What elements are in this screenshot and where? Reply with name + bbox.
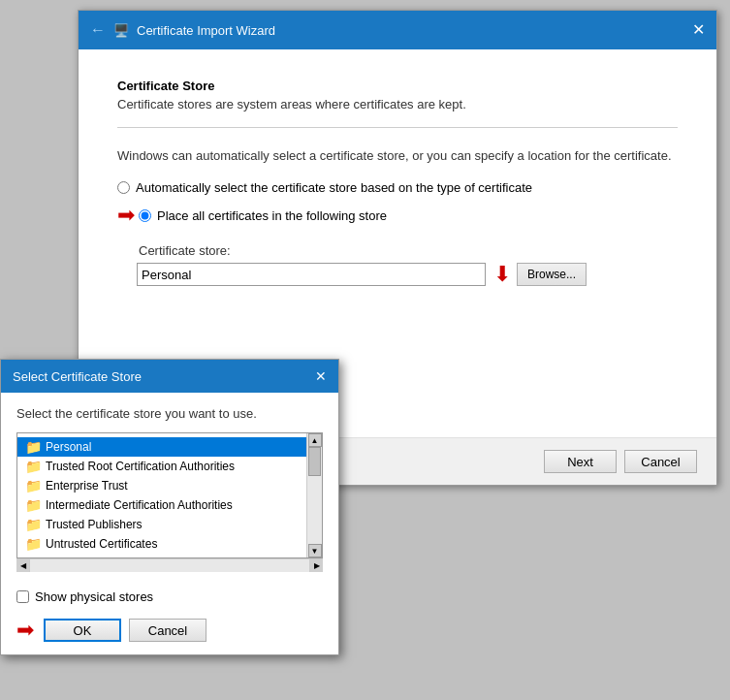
info-text: Windows can automatically select a certi… — [117, 147, 678, 165]
radio-auto-item: Automatically select the certificate sto… — [117, 180, 678, 195]
radio-manual-label[interactable]: Place all certificates in the following … — [157, 208, 387, 223]
section-desc: Certificate stores are system areas wher… — [117, 97, 678, 111]
cert-dialog-title: Select Certificate Store — [13, 369, 142, 384]
folder-icon: 📁 — [25, 536, 42, 552]
show-physical-stores-label[interactable]: Show physical stores — [35, 589, 153, 604]
radio-auto-label[interactable]: Automatically select the certificate sto… — [136, 180, 532, 195]
cert-list-inner: 📁 Personal 📁 Trusted Root Certification … — [17, 433, 306, 557]
store-field-label: Certificate store: — [139, 243, 678, 258]
cert-cancel-button[interactable]: Cancel — [129, 619, 206, 642]
list-item[interactable]: 📁 Trusted Root Certification Authorities — [17, 457, 306, 476]
cert-list-container: 📁 Personal 📁 Trusted Root Certification … — [16, 432, 323, 558]
browse-container: ⬇ Browse... — [493, 262, 587, 287]
ok-btn-container: ➡ OK — [16, 618, 121, 643]
cert-dialog-bottom: Show physical stores ➡ OK Cancel — [1, 582, 338, 654]
radio-manual-item: ➡ Place all certificates in the followin… — [117, 203, 678, 228]
wizard-close-button[interactable]: ✕ — [692, 22, 705, 38]
list-item[interactable]: 📁 Personal — [17, 437, 306, 457]
wizard-title: Certificate Import Wizard — [137, 23, 275, 38]
divider — [117, 127, 678, 128]
list-item[interactable]: 📁 Untrusted Certificates — [17, 534, 306, 554]
folder-icon: 📁 — [25, 478, 42, 493]
cancel-button[interactable]: Cancel — [624, 450, 697, 473]
horiz-scrollbar: ◀ ▶ — [16, 558, 323, 572]
horiz-scroll-track — [30, 559, 309, 572]
browse-button[interactable]: Browse... — [517, 263, 587, 286]
list-item-label: Personal — [46, 440, 91, 454]
cert-dialog-titlebar: Select Certificate Store ✕ — [1, 360, 338, 393]
scroll-up-button[interactable]: ▲ — [308, 433, 322, 447]
list-item-label: Intermediate Certification Authorities — [46, 498, 233, 512]
wizard-icon: 🖥️ — [113, 23, 129, 38]
arrow-ok-icon: ➡ — [16, 618, 34, 643]
scroll-track — [307, 447, 322, 544]
wizard-titlebar: ← 🖥️ Certificate Import Wizard ✕ — [79, 11, 716, 49]
radio-manual[interactable] — [139, 209, 151, 222]
scroll-right-button[interactable]: ▶ — [309, 559, 323, 572]
list-item[interactable]: 📁 Intermediate Certification Authorities — [17, 495, 306, 515]
arrow-down-icon: ⬇ — [493, 262, 511, 287]
store-row: ⬇ Browse... — [137, 262, 678, 287]
folder-icon: 📁 — [25, 459, 42, 474]
list-scrollbar: ▲ ▼ — [306, 433, 322, 557]
scroll-down-button[interactable]: ▼ — [308, 544, 322, 557]
list-item-label: Trusted Root Certification Authorities — [46, 460, 235, 473]
cert-dialog-body: Select the certificate store you want to… — [1, 393, 338, 582]
show-stores-row: Show physical stores — [16, 589, 323, 604]
back-button[interactable]: ← — [90, 21, 106, 39]
cert-dialog-close-button[interactable]: ✕ — [315, 368, 327, 384]
folder-icon: 📁 — [25, 439, 42, 455]
radio-auto[interactable] — [117, 181, 130, 194]
section-title: Certificate Store — [117, 79, 678, 93]
list-item-label: Trusted Publishers — [46, 518, 143, 531]
folder-icon: 📁 — [25, 497, 42, 513]
store-input[interactable] — [137, 263, 486, 286]
folder-icon: 📁 — [25, 517, 42, 532]
list-item[interactable]: 📁 Enterprise Trust — [17, 476, 306, 495]
show-physical-stores-checkbox[interactable] — [16, 590, 29, 603]
next-button[interactable]: Next — [544, 450, 617, 473]
list-item-label: Enterprise Trust — [46, 479, 128, 493]
scroll-left-button[interactable]: ◀ — [16, 559, 30, 572]
cert-ok-button[interactable]: OK — [44, 619, 121, 642]
scroll-thumb[interactable] — [308, 447, 321, 476]
cert-dialog-desc: Select the certificate store you want to… — [16, 406, 323, 421]
cert-dialog: Select Certificate Store ✕ Select the ce… — [0, 359, 339, 655]
radio-group: Automatically select the certificate sto… — [117, 180, 678, 228]
arrow-right-icon: ➡ — [117, 203, 135, 228]
cert-dialog-footer: ➡ OK Cancel — [16, 618, 323, 643]
list-item-label: Untrusted Certificates — [46, 537, 157, 551]
list-item[interactable]: 📁 Trusted Publishers — [17, 515, 306, 534]
cert-list: 📁 Personal 📁 Trusted Root Certification … — [17, 433, 306, 557]
